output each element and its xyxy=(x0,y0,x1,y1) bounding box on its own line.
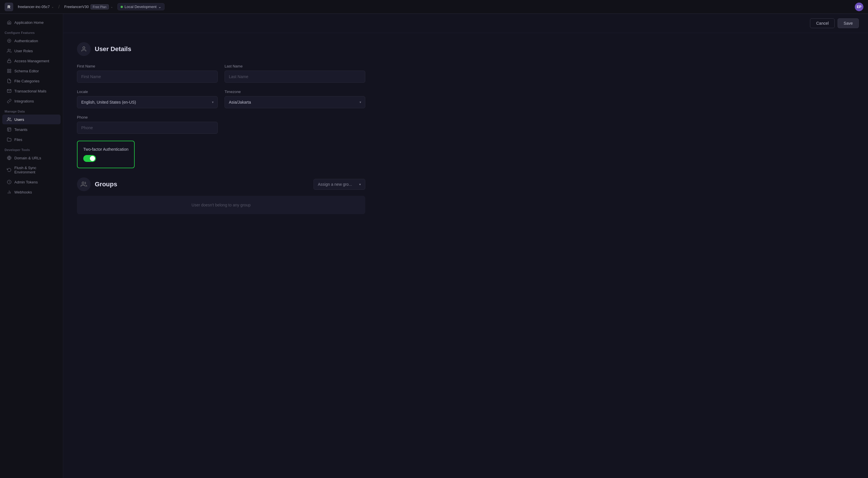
timezone-label: Timezone xyxy=(224,90,365,94)
svg-point-15 xyxy=(82,182,84,184)
home-icon xyxy=(7,20,11,25)
groups-title-area: Groups xyxy=(77,178,117,191)
svg-rect-6 xyxy=(7,71,9,73)
svg-rect-7 xyxy=(9,71,11,73)
sidebar-item-users[interactable]: Users xyxy=(2,115,61,124)
plan-badge: Free Plan xyxy=(90,4,109,9)
users-icon xyxy=(7,117,11,122)
cancel-button[interactable]: Cancel xyxy=(810,19,835,28)
sidebar-item-transactional-mails[interactable]: Transactional Mails xyxy=(2,86,61,96)
first-name-input[interactable] xyxy=(77,71,218,83)
topbar-workspace[interactable]: freelancer-inc-05c7 ⌄ xyxy=(18,5,54,9)
groups-people-icon xyxy=(81,181,87,188)
svg-rect-5 xyxy=(9,69,11,71)
webhooks-icon xyxy=(7,190,11,194)
access-icon xyxy=(7,59,11,63)
locale-group: Locale English, United States (en-US) xyxy=(77,90,218,108)
groups-empty-message: User doesn't belong to any group xyxy=(77,196,365,214)
workspace-chevron-icon: ⌄ xyxy=(52,5,54,8)
sidebar-item-domain-urls[interactable]: Domain & URLs xyxy=(2,153,61,163)
user-details-icon xyxy=(77,42,91,56)
topbar-avatar[interactable]: EP xyxy=(855,3,863,11)
twofa-label: Two-factor Authentication xyxy=(83,147,128,152)
timezone-group: Timezone Asia/Jakarta xyxy=(224,90,365,108)
action-bar: Cancel Save xyxy=(63,14,868,33)
topbar-project[interactable]: FreelancerV30 Free Plan ⌄ xyxy=(64,4,113,9)
timezone-select-wrapper: Asia/Jakarta xyxy=(224,96,365,108)
groups-header: Groups Assign a new gro... ▾ xyxy=(77,178,365,191)
twofa-thumb xyxy=(90,156,95,161)
svg-point-0 xyxy=(7,39,11,42)
svg-rect-10 xyxy=(7,128,11,131)
svg-point-9 xyxy=(8,118,9,119)
twofa-toggle[interactable] xyxy=(83,155,96,162)
save-button[interactable]: Save xyxy=(838,19,859,28)
tokens-icon xyxy=(7,180,11,184)
tenants-icon xyxy=(7,127,11,132)
groups-section: Groups Assign a new gro... ▾ User doesn'… xyxy=(77,178,365,214)
groups-title: Groups xyxy=(95,181,117,188)
phone-row: Phone xyxy=(77,115,365,134)
last-name-group: Last Name xyxy=(224,64,365,83)
groups-icon xyxy=(77,178,91,191)
sidebar-item-application-home[interactable]: Application Home xyxy=(2,18,61,27)
project-chevron-icon: ⌄ xyxy=(111,5,113,8)
assign-group-dropdown[interactable]: Assign a new gro... ▾ xyxy=(314,179,365,190)
integrations-icon xyxy=(7,99,11,103)
sidebar-item-files[interactable]: Files xyxy=(2,135,61,145)
locale-label: Locale xyxy=(77,90,218,94)
sidebar-item-webhooks[interactable]: Webhooks xyxy=(2,187,61,197)
phone-input[interactable] xyxy=(77,122,218,134)
first-name-label: First Name xyxy=(77,64,218,68)
svg-rect-4 xyxy=(7,69,9,71)
topbar-divider: / xyxy=(58,4,59,9)
file-categories-icon xyxy=(7,79,11,83)
files-icon xyxy=(7,137,11,142)
sidebar-item-access-management[interactable]: Access Management xyxy=(2,56,61,66)
locale-select-wrapper: English, United States (en-US) xyxy=(77,96,218,108)
sidebar-section-configure: Configure Features xyxy=(0,28,63,36)
last-name-input[interactable] xyxy=(224,71,365,83)
schema-icon xyxy=(7,69,11,73)
person-icon xyxy=(81,46,87,52)
last-name-label: Last Name xyxy=(224,64,365,68)
sidebar-item-admin-tokens[interactable]: Admin Tokens xyxy=(2,177,61,187)
sidebar-item-integrations[interactable]: Integrations xyxy=(2,96,61,106)
topbar-environment[interactable]: Local Development ⌄ xyxy=(118,3,164,10)
sidebar-item-user-roles[interactable]: User Roles xyxy=(2,46,61,56)
svg-point-1 xyxy=(9,40,10,41)
svg-rect-3 xyxy=(7,61,11,63)
first-name-group: First Name xyxy=(77,64,218,83)
name-row: First Name Last Name xyxy=(77,64,365,83)
svg-point-14 xyxy=(83,47,85,49)
timezone-select[interactable]: Asia/Jakarta xyxy=(224,96,365,108)
roles-icon xyxy=(7,49,11,53)
sidebar-item-authentication[interactable]: Authentication xyxy=(2,36,61,46)
topbar: R freelancer-inc-05c7 ⌄ / FreelancerV30 … xyxy=(0,0,868,14)
flush-icon xyxy=(7,168,11,172)
sidebar-item-flush-sync[interactable]: Flush & Sync Environment xyxy=(2,163,61,177)
content-area: User Details First Name Last Name Locale xyxy=(63,33,379,223)
domain-icon xyxy=(7,156,11,160)
sidebar-section-developer: Developer Tools xyxy=(0,145,63,153)
sidebar-section-manage: Manage Data xyxy=(0,106,63,114)
topbar-logo[interactable]: R xyxy=(5,3,13,11)
twofa-section: Two-factor Authentication xyxy=(77,141,135,168)
phone-label: Phone xyxy=(77,115,218,120)
sidebar: Application Home Configure Features Auth… xyxy=(0,14,63,478)
auth-icon xyxy=(7,38,11,43)
env-chevron-icon: ⌄ xyxy=(158,5,161,9)
locale-select[interactable]: English, United States (en-US) xyxy=(77,96,218,108)
user-details-header: User Details xyxy=(77,42,365,56)
sidebar-item-schema-editor[interactable]: Schema Editor xyxy=(2,66,61,76)
assign-chevron-icon: ▾ xyxy=(359,183,361,186)
mail-icon xyxy=(7,89,11,93)
svg-point-2 xyxy=(8,49,9,51)
main-content: Cancel Save User Details First Name xyxy=(63,14,868,478)
sidebar-item-tenants[interactable]: Tenants xyxy=(2,125,61,134)
phone-group: Phone xyxy=(77,115,218,134)
sidebar-item-file-categories[interactable]: File Categories xyxy=(2,76,61,86)
env-status-dot xyxy=(121,6,123,8)
locale-timezone-row: Locale English, United States (en-US) Ti… xyxy=(77,90,365,108)
user-details-title: User Details xyxy=(95,45,131,53)
